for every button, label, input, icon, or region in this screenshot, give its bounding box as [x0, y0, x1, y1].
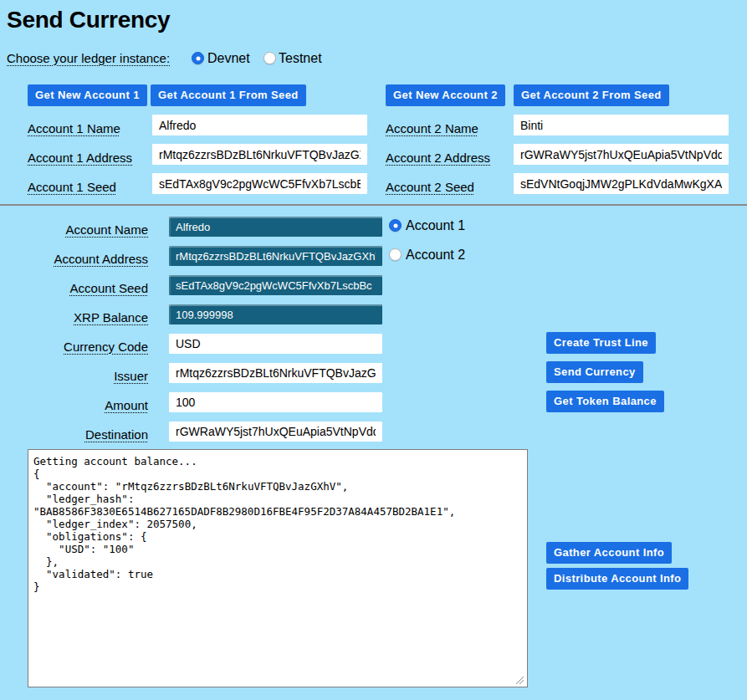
testnet-radio[interactable] — [263, 52, 276, 64]
testnet-radio-label[interactable]: Testnet — [279, 50, 322, 66]
send-currency-page: Send Currency Choose your ledger instanc… — [0, 0, 747, 700]
issuer-label: Issuer — [0, 369, 148, 384]
amount-input[interactable] — [169, 392, 382, 412]
account1-name-label: Account 1 Name — [28, 121, 120, 136]
account1-radio-label[interactable]: Account 1 — [406, 217, 465, 233]
xrp-balance-field[interactable] — [169, 304, 382, 324]
get-new-account2-button[interactable]: Get New Account 2 — [386, 84, 505, 106]
destination-label: Destination — [0, 427, 148, 442]
page-title: Send Currency — [7, 7, 170, 33]
account2-name-input[interactable] — [514, 115, 729, 135]
textarea-resize-handle-icon[interactable] — [514, 674, 524, 685]
issuer-input[interactable] — [169, 363, 382, 383]
send-currency-button[interactable]: Send Currency — [546, 361, 643, 383]
get-account1-from-seed-button[interactable]: Get Account 1 From Seed — [151, 84, 306, 106]
get-token-balance-button[interactable]: Get Token Balance — [546, 391, 664, 412]
distribute-account-info-button[interactable]: Distribute Account Info — [546, 568, 688, 590]
currency-code-input[interactable] — [169, 334, 382, 354]
destination-input[interactable] — [169, 422, 382, 442]
account1-radio[interactable] — [389, 219, 402, 232]
account2-radio-label[interactable]: Account 2 — [406, 247, 465, 263]
account2-seed-label: Account 2 Seed — [386, 180, 474, 195]
account-address-label: Account Address — [0, 252, 148, 267]
devnet-radio-label[interactable]: Devnet — [207, 50, 250, 66]
account1-seed-input[interactable] — [152, 173, 367, 194]
account-seed-field[interactable] — [169, 275, 382, 295]
gather-account-info-button[interactable]: Gather Account Info — [546, 542, 672, 564]
account2-radio[interactable] — [389, 248, 402, 261]
create-trust-line-button[interactable]: Create Trust Line — [546, 332, 656, 354]
account1-address-input[interactable] — [152, 144, 367, 165]
currency-code-label: Currency Code — [0, 340, 148, 355]
devnet-radio[interactable] — [192, 52, 204, 64]
account-address-field[interactable] — [169, 246, 382, 266]
account-name-label: Account Name — [0, 222, 148, 238]
account2-seed-input[interactable] — [514, 173, 729, 194]
ledger-instance-label: Choose your ledger instance: — [7, 51, 170, 66]
account2-address-input[interactable] — [514, 144, 729, 165]
section-divider — [0, 204, 747, 206]
get-new-account1-button[interactable]: Get New Account 1 — [28, 84, 147, 106]
account2-name-label: Account 2 Name — [386, 121, 478, 136]
account1-address-label: Account 1 Address — [28, 151, 132, 166]
account2-address-label: Account 2 Address — [386, 151, 490, 166]
xrp-balance-label: XRP Balance — [0, 310, 148, 325]
account1-seed-label: Account 1 Seed — [28, 180, 116, 195]
account-name-field[interactable] — [169, 217, 382, 237]
account1-name-input[interactable] — [152, 115, 367, 135]
get-account2-from-seed-button[interactable]: Get Account 2 From Seed — [514, 84, 669, 106]
results-textarea[interactable]: Getting account balance... { "account": … — [28, 449, 528, 687]
amount-label: Amount — [0, 398, 148, 413]
account-seed-label: Account Seed — [0, 281, 148, 296]
